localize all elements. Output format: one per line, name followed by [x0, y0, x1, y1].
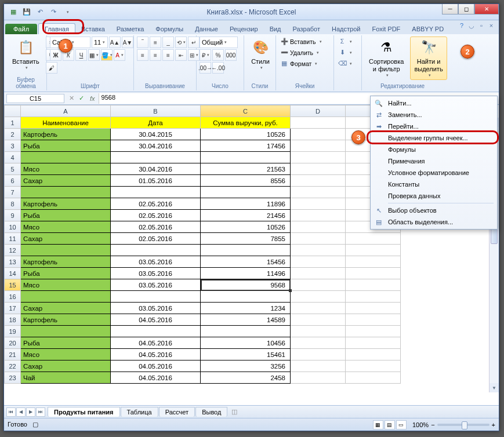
- cell[interactable]: 9568: [201, 279, 291, 291]
- tab-nav-next[interactable]: ▶: [26, 407, 35, 417]
- name-box[interactable]: C15: [6, 94, 64, 103]
- tab-developer[interactable]: Разработ: [287, 24, 326, 34]
- row-header[interactable]: 19: [5, 326, 21, 337]
- sheet-tab[interactable]: Продукты питания: [48, 407, 120, 417]
- tab-view[interactable]: Вид: [264, 24, 287, 34]
- cell[interactable]: 2458: [201, 372, 291, 384]
- row-header[interactable]: 1: [5, 117, 21, 129]
- select-all-corner[interactable]: [5, 105, 21, 117]
- row-header[interactable]: 15: [5, 279, 21, 291]
- cell[interactable]: Картофель: [21, 129, 111, 140]
- tab-nav-last[interactable]: ⏭: [36, 407, 45, 417]
- cell[interactable]: [291, 163, 346, 175]
- header-cell[interactable]: Дата: [111, 117, 201, 129]
- cell[interactable]: 02.05.2016: [111, 233, 201, 245]
- cell[interactable]: Рыба: [21, 140, 111, 152]
- row-header[interactable]: 20: [5, 337, 21, 349]
- cell[interactable]: 30.04.2016: [111, 140, 201, 152]
- cell[interactable]: [346, 326, 401, 337]
- cell[interactable]: [291, 372, 346, 384]
- cell[interactable]: 15456: [201, 256, 291, 268]
- cell[interactable]: Рыба: [21, 268, 111, 279]
- cell[interactable]: [291, 198, 346, 210]
- row-header[interactable]: 23: [5, 372, 21, 384]
- cell[interactable]: [346, 337, 401, 349]
- cell[interactable]: Чай: [21, 372, 111, 384]
- cell[interactable]: [291, 187, 346, 198]
- qat-customize[interactable]: [61, 6, 72, 18]
- cell[interactable]: [291, 140, 346, 152]
- cell[interactable]: 15461: [201, 349, 291, 360]
- clear-button[interactable]: ⌫: [337, 59, 353, 69]
- save-button[interactable]: 💾: [21, 6, 32, 18]
- align-bottom[interactable]: _: [162, 37, 174, 48]
- tab-data[interactable]: Данные: [189, 24, 224, 34]
- row-header[interactable]: 8: [5, 198, 21, 210]
- cell[interactable]: Сахар: [21, 175, 111, 187]
- cell[interactable]: 10456: [201, 337, 291, 349]
- cell[interactable]: [346, 360, 401, 372]
- cell[interactable]: [346, 349, 401, 360]
- cell[interactable]: 02.05.2016: [111, 198, 201, 210]
- menu-goto[interactable]: ➡Перейти...: [372, 121, 496, 132]
- cell[interactable]: 03.05.2016: [111, 279, 201, 291]
- cell[interactable]: 1234: [201, 303, 291, 314]
- cell[interactable]: 30.04.2016: [111, 163, 201, 175]
- cell[interactable]: [346, 233, 401, 245]
- zoom-out[interactable]: −: [431, 421, 434, 428]
- enter-icon[interactable]: ✓: [77, 94, 86, 102]
- cell[interactable]: 02.05.2016: [111, 210, 201, 221]
- row-header[interactable]: 4: [5, 152, 21, 163]
- insert-cells-button[interactable]: ➕Вставить: [279, 37, 323, 47]
- percent-button[interactable]: %: [212, 49, 224, 61]
- find-select-button[interactable]: 🔭 Найти и выделить: [410, 37, 447, 80]
- row-header[interactable]: 16: [5, 291, 21, 303]
- align-right[interactable]: ≡: [162, 49, 174, 61]
- row-header[interactable]: 12: [5, 245, 21, 256]
- cell[interactable]: 3256: [201, 360, 291, 372]
- grow-font[interactable]: A▲: [109, 37, 121, 48]
- paste-button[interactable]: 📋 Вставить: [8, 37, 43, 72]
- cell[interactable]: [291, 256, 346, 268]
- cell[interactable]: 21456: [201, 210, 291, 221]
- menu-selection-pane[interactable]: ▤Область выделения...: [372, 216, 496, 228]
- menu-formulas[interactable]: Формулы: [372, 144, 496, 155]
- cell[interactable]: Картофель: [21, 198, 111, 210]
- cell[interactable]: [291, 303, 346, 314]
- cell[interactable]: 04.05.2016: [111, 314, 201, 326]
- cell[interactable]: [201, 187, 291, 198]
- row-header[interactable]: 2: [5, 129, 21, 140]
- row-header[interactable]: 14: [5, 268, 21, 279]
- maximize-button[interactable]: ◻: [458, 4, 474, 14]
- currency-button[interactable]: ₽: [200, 49, 211, 61]
- cell[interactable]: [291, 314, 346, 326]
- cell[interactable]: [346, 314, 401, 326]
- redo-button[interactable]: ↷: [48, 6, 59, 18]
- undo-button[interactable]: ↶: [34, 6, 46, 18]
- indent-dec[interactable]: ⇤: [175, 49, 187, 61]
- cell[interactable]: [201, 245, 291, 256]
- cell[interactable]: [21, 187, 111, 198]
- window-restore-icon[interactable]: ▫: [477, 21, 485, 30]
- cell[interactable]: 04.05.2016: [111, 349, 201, 360]
- cell[interactable]: Рыба: [21, 337, 111, 349]
- cell[interactable]: 03.05.2016: [111, 256, 201, 268]
- tab-addins[interactable]: Надстрой: [326, 24, 366, 34]
- scroll-down-icon[interactable]: ▼: [490, 383, 499, 392]
- cell[interactable]: 8556: [201, 175, 291, 187]
- orientation[interactable]: ⟲: [175, 37, 187, 48]
- dec-decimal[interactable]: ←.00: [212, 62, 224, 74]
- align-left[interactable]: ≡: [137, 49, 148, 61]
- tab-abbyy[interactable]: ABBYY PD: [406, 24, 449, 34]
- menu-data-validation[interactable]: Проверка данных: [372, 190, 496, 202]
- comma-button[interactable]: 000: [225, 49, 237, 61]
- sort-filter-button[interactable]: ⚗ Сортировка и фильтр: [365, 37, 408, 80]
- cell[interactable]: Картофель: [21, 314, 111, 326]
- cell[interactable]: [291, 210, 346, 221]
- minimize-ribbon-icon[interactable]: ◡: [467, 21, 476, 30]
- cell[interactable]: Мясо: [21, 163, 111, 175]
- cell[interactable]: 11496: [201, 268, 291, 279]
- macro-record-icon[interactable]: ▢: [32, 421, 38, 428]
- menu-find[interactable]: 🔍Найти...: [372, 97, 496, 109]
- autosum-button[interactable]: Σ: [337, 37, 353, 47]
